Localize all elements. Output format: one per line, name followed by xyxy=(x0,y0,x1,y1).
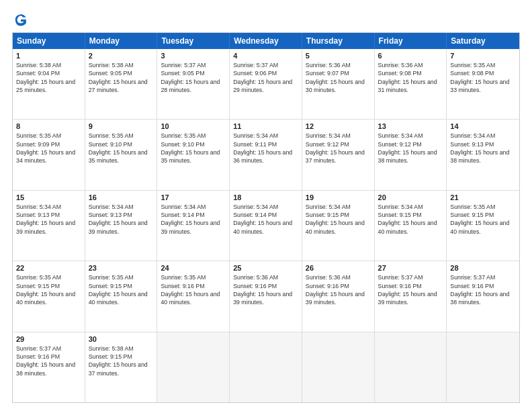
day-info: Sunrise: 5:35 AMSunset: 9:08 PMDaylight:… xyxy=(450,61,516,94)
day-number: 22 xyxy=(16,264,81,272)
day-info: Sunrise: 5:35 AMSunset: 9:15 PMDaylight:… xyxy=(89,273,154,306)
day-info: Sunrise: 5:36 AMSunset: 9:07 PMDaylight:… xyxy=(306,61,371,94)
empty-cell xyxy=(157,332,230,402)
day-info: Sunrise: 5:37 AMSunset: 9:06 PMDaylight:… xyxy=(233,61,298,94)
day-info: Sunrise: 5:35 AMSunset: 9:10 PMDaylight:… xyxy=(89,132,154,165)
day-cell-23: 23Sunrise: 5:35 AMSunset: 9:15 PMDayligh… xyxy=(85,261,158,331)
day-info: Sunrise: 5:34 AMSunset: 9:12 PMDaylight:… xyxy=(378,132,443,165)
day-number: 16 xyxy=(89,193,154,201)
day-cell-5: 5Sunrise: 5:36 AMSunset: 9:07 PMDaylight… xyxy=(302,49,375,119)
day-info: Sunrise: 5:35 AMSunset: 9:16 PMDaylight:… xyxy=(161,273,226,306)
day-number: 17 xyxy=(161,193,226,201)
day-cell-3: 3Sunrise: 5:37 AMSunset: 9:05 PMDaylight… xyxy=(157,49,230,119)
day-info: Sunrise: 5:35 AMSunset: 9:15 PMDaylight:… xyxy=(16,273,81,306)
day-number: 10 xyxy=(161,122,226,130)
day-number: 8 xyxy=(16,122,81,130)
calendar-row-3: 15Sunrise: 5:34 AMSunset: 9:13 PMDayligh… xyxy=(13,191,519,261)
day-number: 29 xyxy=(16,335,81,343)
empty-cell xyxy=(230,332,302,402)
calendar: SundayMondayTuesdayWednesdayThursdayFrid… xyxy=(12,32,520,403)
day-info: Sunrise: 5:34 AMSunset: 9:14 PMDaylight:… xyxy=(161,203,226,236)
empty-cell xyxy=(302,332,375,402)
day-cell-8: 8Sunrise: 5:35 AMSunset: 9:09 PMDaylight… xyxy=(13,120,85,189)
day-number: 27 xyxy=(378,264,443,272)
day-number: 1 xyxy=(16,52,81,60)
calendar-row-5: 29Sunrise: 5:37 AMSunset: 9:16 PMDayligh… xyxy=(13,332,519,402)
day-number: 3 xyxy=(161,52,226,60)
calendar-body: 1Sunrise: 5:38 AMSunset: 9:04 PMDaylight… xyxy=(13,49,519,402)
header-cell-friday: Friday xyxy=(375,33,447,49)
day-number: 15 xyxy=(16,193,81,201)
day-number: 25 xyxy=(233,264,298,272)
day-info: Sunrise: 5:34 AMSunset: 9:11 PMDaylight:… xyxy=(233,132,298,165)
day-info: Sunrise: 5:34 AMSunset: 9:14 PMDaylight:… xyxy=(233,203,298,236)
day-info: Sunrise: 5:38 AMSunset: 9:15 PMDaylight:… xyxy=(89,345,154,377)
empty-cell xyxy=(447,332,519,402)
day-cell-10: 10Sunrise: 5:35 AMSunset: 9:10 PMDayligh… xyxy=(157,120,230,189)
calendar-row-2: 8Sunrise: 5:35 AMSunset: 9:09 PMDaylight… xyxy=(13,120,519,190)
calendar-row-4: 22Sunrise: 5:35 AMSunset: 9:15 PMDayligh… xyxy=(13,261,519,332)
day-cell-28: 28Sunrise: 5:37 AMSunset: 9:16 PMDayligh… xyxy=(447,261,519,331)
day-cell-29: 29Sunrise: 5:37 AMSunset: 9:16 PMDayligh… xyxy=(13,332,85,402)
day-info: Sunrise: 5:36 AMSunset: 9:16 PMDaylight:… xyxy=(306,273,371,306)
day-info: Sunrise: 5:38 AMSunset: 9:04 PMDaylight:… xyxy=(16,61,81,94)
day-cell-30: 30Sunrise: 5:38 AMSunset: 9:15 PMDayligh… xyxy=(85,332,158,402)
header-cell-thursday: Thursday xyxy=(302,33,375,49)
calendar-row-1: 1Sunrise: 5:38 AMSunset: 9:04 PMDaylight… xyxy=(13,49,519,120)
day-cell-4: 4Sunrise: 5:37 AMSunset: 9:06 PMDaylight… xyxy=(230,49,302,119)
day-cell-14: 14Sunrise: 5:34 AMSunset: 9:13 PMDayligh… xyxy=(447,120,519,189)
day-info: Sunrise: 5:37 AMSunset: 9:16 PMDaylight:… xyxy=(378,273,443,306)
day-cell-9: 9Sunrise: 5:35 AMSunset: 9:10 PMDaylight… xyxy=(85,120,158,189)
day-cell-21: 21Sunrise: 5:35 AMSunset: 9:15 PMDayligh… xyxy=(447,191,519,261)
header xyxy=(12,12,520,27)
day-info: Sunrise: 5:37 AMSunset: 9:16 PMDaylight:… xyxy=(16,345,81,377)
day-info: Sunrise: 5:34 AMSunset: 9:15 PMDaylight:… xyxy=(306,203,371,236)
header-cell-wednesday: Wednesday xyxy=(230,33,302,49)
day-cell-13: 13Sunrise: 5:34 AMSunset: 9:12 PMDayligh… xyxy=(375,120,447,189)
day-info: Sunrise: 5:36 AMSunset: 9:16 PMDaylight:… xyxy=(233,273,298,306)
page: SundayMondayTuesdayWednesdayThursdayFrid… xyxy=(0,0,532,411)
day-cell-22: 22Sunrise: 5:35 AMSunset: 9:15 PMDayligh… xyxy=(13,261,85,331)
day-info: Sunrise: 5:37 AMSunset: 9:16 PMDaylight:… xyxy=(450,273,516,306)
day-info: Sunrise: 5:35 AMSunset: 9:15 PMDaylight:… xyxy=(450,203,516,236)
day-number: 26 xyxy=(306,264,371,272)
day-cell-26: 26Sunrise: 5:36 AMSunset: 9:16 PMDayligh… xyxy=(302,261,375,331)
header-cell-monday: Monday xyxy=(85,33,158,49)
day-number: 18 xyxy=(233,193,298,201)
day-cell-17: 17Sunrise: 5:34 AMSunset: 9:14 PMDayligh… xyxy=(157,191,230,261)
day-number: 2 xyxy=(89,52,154,60)
day-number: 13 xyxy=(378,122,443,130)
day-cell-18: 18Sunrise: 5:34 AMSunset: 9:14 PMDayligh… xyxy=(230,191,302,261)
logo xyxy=(12,12,30,27)
header-cell-saturday: Saturday xyxy=(447,33,519,49)
day-info: Sunrise: 5:34 AMSunset: 9:13 PMDaylight:… xyxy=(89,203,154,236)
day-number: 14 xyxy=(450,122,516,130)
day-number: 12 xyxy=(306,122,371,130)
header-cell-tuesday: Tuesday xyxy=(157,33,230,49)
day-cell-12: 12Sunrise: 5:34 AMSunset: 9:12 PMDayligh… xyxy=(302,120,375,189)
day-cell-6: 6Sunrise: 5:36 AMSunset: 9:08 PMDaylight… xyxy=(375,49,447,119)
day-number: 21 xyxy=(450,193,516,201)
day-cell-1: 1Sunrise: 5:38 AMSunset: 9:04 PMDaylight… xyxy=(13,49,85,119)
day-number: 9 xyxy=(89,122,154,130)
day-cell-11: 11Sunrise: 5:34 AMSunset: 9:11 PMDayligh… xyxy=(230,120,302,189)
day-info: Sunrise: 5:35 AMSunset: 9:10 PMDaylight:… xyxy=(161,132,226,165)
day-cell-7: 7Sunrise: 5:35 AMSunset: 9:08 PMDaylight… xyxy=(447,49,519,119)
logo-icon xyxy=(13,12,28,27)
day-info: Sunrise: 5:34 AMSunset: 9:12 PMDaylight:… xyxy=(306,132,371,165)
day-number: 30 xyxy=(89,335,154,343)
day-cell-25: 25Sunrise: 5:36 AMSunset: 9:16 PMDayligh… xyxy=(230,261,302,331)
day-number: 24 xyxy=(161,264,226,272)
day-number: 11 xyxy=(233,122,298,130)
day-cell-24: 24Sunrise: 5:35 AMSunset: 9:16 PMDayligh… xyxy=(157,261,230,331)
day-number: 7 xyxy=(450,52,516,60)
day-number: 28 xyxy=(450,264,516,272)
day-cell-20: 20Sunrise: 5:34 AMSunset: 9:15 PMDayligh… xyxy=(375,191,447,261)
day-info: Sunrise: 5:38 AMSunset: 9:05 PMDaylight:… xyxy=(89,61,154,94)
day-number: 19 xyxy=(306,193,371,201)
day-info: Sunrise: 5:35 AMSunset: 9:09 PMDaylight:… xyxy=(16,132,81,165)
day-info: Sunrise: 5:34 AMSunset: 9:13 PMDaylight:… xyxy=(450,132,516,165)
day-cell-16: 16Sunrise: 5:34 AMSunset: 9:13 PMDayligh… xyxy=(85,191,158,261)
day-cell-27: 27Sunrise: 5:37 AMSunset: 9:16 PMDayligh… xyxy=(375,261,447,331)
day-info: Sunrise: 5:36 AMSunset: 9:08 PMDaylight:… xyxy=(378,61,443,94)
